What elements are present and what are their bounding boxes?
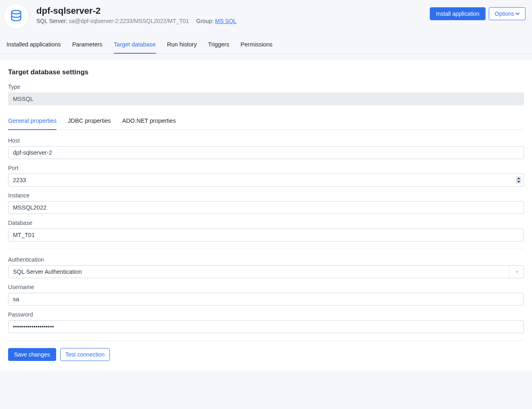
settings-panel: Target database settings Type General pr…: [0, 60, 532, 371]
username-field: Username: [8, 284, 524, 306]
svg-point-0: [12, 10, 21, 14]
page-header: dpf-sqlserver-2 SQL Server: sa@dpf-sqlse…: [0, 0, 532, 29]
action-row: Save changes Test connection: [8, 348, 524, 361]
header-body: dpf-sqlserver-2 SQL Server: sa@dpf-sqlse…: [36, 3, 430, 24]
instance-label: Instance: [8, 192, 524, 199]
test-connection-button[interactable]: Test connection: [60, 348, 110, 361]
type-label: Type: [8, 84, 524, 90]
save-changes-button[interactable]: Save changes: [8, 348, 56, 361]
username-label: Username: [8, 284, 524, 290]
username-input[interactable]: [8, 293, 524, 306]
host-field: Host: [8, 137, 524, 159]
host-input[interactable]: [8, 146, 524, 159]
chevron-down-icon: [515, 10, 519, 17]
tab-parameters[interactable]: Parameters: [72, 37, 103, 53]
sql-server-label: SQL Server:: [36, 18, 69, 24]
password-input[interactable]: [8, 320, 524, 333]
instance-field: Instance: [8, 192, 524, 214]
main-tabs: Installed applications Parameters Target…: [0, 37, 532, 54]
options-button-label: Options: [495, 10, 514, 17]
port-label: Port: [8, 165, 524, 171]
stepper-up-icon[interactable]: [516, 176, 521, 180]
properties-subtabs: General properties JDBC properties ADO.N…: [8, 113, 524, 130]
tab-permissions[interactable]: Permissions: [241, 37, 273, 53]
authentication-select[interactable]: SQL Server Authentication: [8, 265, 524, 278]
authentication-label: Authentication: [8, 256, 524, 263]
page-title: dpf-sqlserver-2: [36, 6, 430, 16]
database-label: Database: [8, 220, 524, 226]
tab-run-history[interactable]: Run history: [167, 37, 197, 53]
sql-server-value: sa@dpf-sqlserver-2:2233/MSSQL2022/MT_T01: [69, 18, 189, 24]
port-stepper[interactable]: [516, 176, 521, 184]
divider: [8, 340, 524, 341]
database-input[interactable]: [8, 229, 524, 241]
instance-input[interactable]: [8, 201, 524, 214]
tab-installed-applications[interactable]: Installed applications: [6, 37, 61, 53]
subtab-adonet-properties[interactable]: ADO.NET properties: [122, 113, 176, 130]
subtab-general-properties[interactable]: General properties: [8, 113, 57, 130]
authentication-field: Authentication SQL Server Authentication: [8, 256, 524, 278]
password-label: Password: [8, 311, 524, 318]
port-field: Port: [8, 165, 524, 187]
database-icon: [3, 3, 29, 29]
type-input: [8, 92, 524, 105]
tab-target-database[interactable]: Target database: [114, 37, 156, 53]
group-label: Group:: [196, 18, 215, 24]
page-subtitle: SQL Server: sa@dpf-sqlserver-2:2233/MSSQ…: [36, 18, 430, 24]
tab-triggers[interactable]: Triggers: [208, 37, 229, 53]
panel-title: Target database settings: [8, 68, 524, 76]
host-label: Host: [8, 137, 524, 144]
divider: [8, 249, 524, 249]
database-field: Database: [8, 220, 524, 241]
group-link[interactable]: MS SQL: [215, 18, 236, 24]
subtab-jdbc-properties[interactable]: JDBC properties: [68, 113, 111, 130]
port-input[interactable]: [8, 174, 524, 187]
install-application-button[interactable]: Install application: [430, 7, 485, 20]
password-field: Password: [8, 311, 524, 333]
options-button[interactable]: Options: [489, 7, 526, 20]
stepper-down-icon[interactable]: [516, 180, 521, 184]
type-field: Type: [8, 84, 524, 105]
header-actions: Install application Options: [430, 3, 526, 20]
